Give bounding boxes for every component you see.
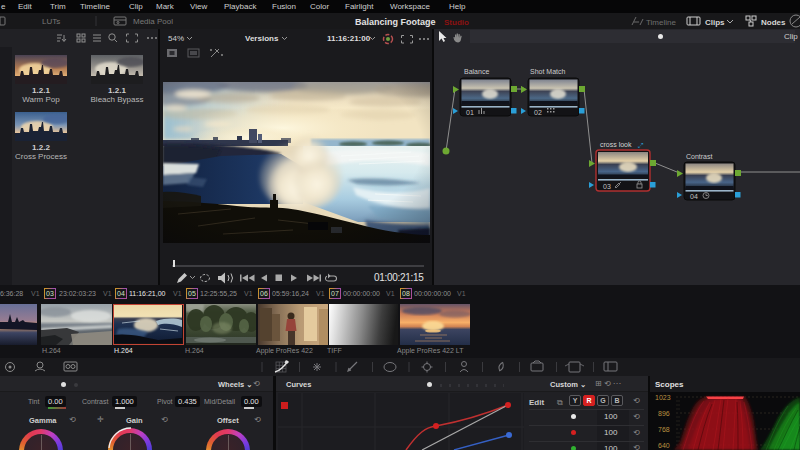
svg-text:02: 02 — [534, 109, 542, 116]
svg-text:Balance: Balance — [464, 68, 489, 75]
svg-text:Media Pool: Media Pool — [133, 17, 173, 26]
svg-text:Studio: Studio — [444, 18, 469, 27]
svg-text:768: 768 — [658, 426, 670, 433]
svg-text:01: 01 — [466, 109, 474, 116]
svg-text:1023: 1023 — [655, 394, 671, 401]
svg-text:896: 896 — [658, 410, 670, 417]
svg-text:03: 03 — [603, 183, 611, 190]
svg-text:Balancing Footage: Balancing Footage — [355, 17, 436, 27]
svg-text:Contrast: Contrast — [686, 153, 713, 160]
svg-text:Shot Match: Shot Match — [530, 68, 566, 75]
svg-text:04: 04 — [690, 193, 698, 200]
svg-text:LUTs: LUTs — [42, 17, 60, 26]
svg-text:⤢: ⤢ — [638, 142, 644, 149]
svg-text:Clips: Clips — [705, 18, 725, 27]
svg-text:Timeline: Timeline — [646, 18, 676, 27]
svg-text:cross look: cross look — [600, 141, 632, 148]
svg-text:640: 640 — [658, 442, 670, 449]
svg-text:Nodes: Nodes — [761, 18, 786, 27]
